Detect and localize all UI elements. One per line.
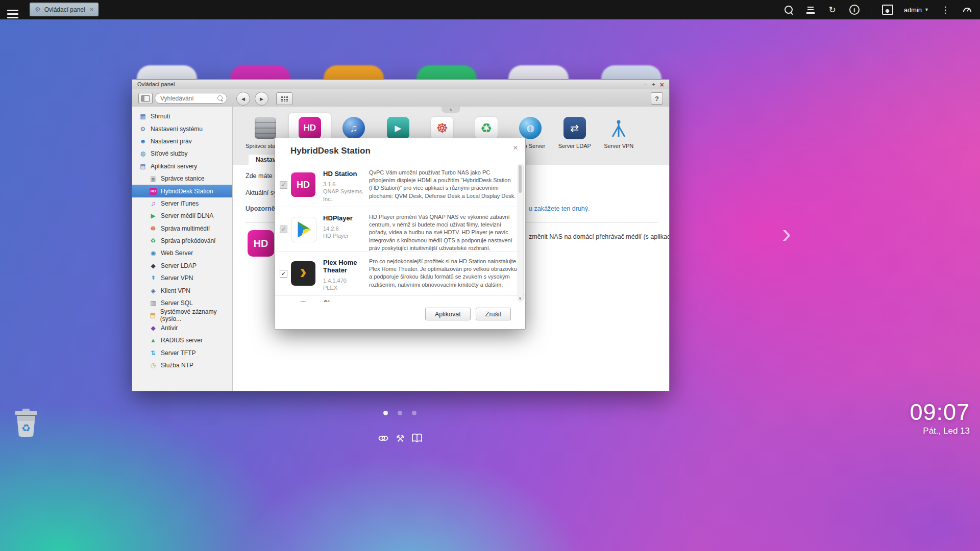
sidebar-item-vpn-server[interactable]: ↟Server VPN xyxy=(132,272,232,284)
next-page-arrow-icon[interactable]: › xyxy=(782,217,791,249)
sidebar-item-station-manager[interactable]: ▣Správce stanice xyxy=(132,172,232,185)
transfer-icon: ⇅ xyxy=(150,350,157,356)
sidebar-item-hybriddesk-station[interactable]: HDHybridDesk Station xyxy=(132,185,232,197)
ldap-icon: ⇄ xyxy=(564,117,586,139)
window-title: Ovládací panel xyxy=(137,81,175,87)
user-icon[interactable] xyxy=(882,4,893,15)
app-name: HD Station xyxy=(323,170,367,178)
transcode-icon: ♻ xyxy=(150,238,157,244)
page-dot[interactable] xyxy=(398,411,402,415)
notice-link[interactable]: u zakážete ten druhý. xyxy=(529,205,590,212)
apps-grid-button[interactable] xyxy=(276,92,292,105)
clock-date: Pát., Led 13 xyxy=(910,426,970,436)
close-icon[interactable]: × xyxy=(513,143,518,152)
minimize-icon[interactable]: – xyxy=(644,82,647,88)
svg-text:♻: ♻ xyxy=(21,422,31,434)
sidebar-item-vpn-client[interactable]: ◈Klient VPN xyxy=(132,284,232,296)
hybriddesk-dialog: HybridDesk Station × ✓ HD HD Station 3.1… xyxy=(275,138,526,330)
sidebar-item-multimedia-management[interactable]: ☸Správa multimédií xyxy=(132,222,232,235)
sidebar-item-system-logs[interactable]: ▤Systémové záznamy (syslo... xyxy=(132,309,232,321)
dashboard-icon[interactable] xyxy=(962,4,973,15)
sidebar-item-application-servers[interactable]: ▤Aplikační servery xyxy=(132,160,232,172)
sidebar-item-itunes-server[interactable]: ♫Server iTunes xyxy=(132,197,232,210)
sidebar-item-summary[interactable]: ▦Shrnutí xyxy=(132,110,232,122)
sidebar-item-ldap-server[interactable]: ◆Server LDAP xyxy=(132,260,232,272)
app-version: 14.2.6 xyxy=(323,225,367,232)
sidebar-item-network-services[interactable]: ◍Síťové služby xyxy=(132,147,232,160)
recycle-bin[interactable]: ♻ xyxy=(12,407,40,441)
app-vendor: HD Player xyxy=(323,232,367,239)
tab-close-icon[interactable]: × xyxy=(90,6,94,13)
scrollbar: ▼ xyxy=(518,164,524,302)
app-tile-ldap-server[interactable]: ⇄ Server LDAP xyxy=(553,113,597,157)
tools-icon[interactable]: ⚒ xyxy=(395,433,406,444)
sidebar-toggle-icon xyxy=(141,95,150,102)
sidebar-item-radius-server[interactable]: ▲RADIUS server xyxy=(132,334,232,346)
manual-icon[interactable] xyxy=(411,433,423,444)
radius-icon: ▲ xyxy=(150,337,157,343)
list-item-chrome: Chrome xyxy=(275,296,525,302)
sidebar-item-system-settings[interactable]: ⚙Nastavení systému xyxy=(132,122,232,135)
paragraph-text: změnit NAS na domácí přehrávač médií (s … xyxy=(529,233,670,240)
sidebar-item-antivirus[interactable]: ◆Antivir xyxy=(132,322,232,334)
transcode-icon: ♻ xyxy=(475,116,498,140)
sidebar-item-privilege-settings[interactable]: ☻Nastavení práv xyxy=(132,135,232,147)
play-icon: ▶ xyxy=(150,213,157,219)
sidebar-item-tftp-server[interactable]: ⇅Server TFTP xyxy=(132,346,232,359)
link-icon[interactable] xyxy=(378,433,389,444)
desktop: ⚙ Ovládací panel × ↻ i admin ▼ ⋮ Ovládac… xyxy=(0,0,980,551)
desktop-pagination xyxy=(383,411,416,415)
info-icon[interactable]: i xyxy=(849,4,860,15)
forward-button[interactable]: ▶ xyxy=(255,92,268,106)
cancel-button[interactable]: Zrušit xyxy=(476,308,511,320)
web-globe-icon: ◉ xyxy=(150,250,157,256)
sidebar-item-dlna-media-server[interactable]: ▶Server médií DLNA xyxy=(132,210,232,222)
desktop-dock: ⚒ xyxy=(378,433,423,444)
search-icon[interactable] xyxy=(783,4,794,15)
servers-icon: ▤ xyxy=(139,163,146,169)
checkbox: ✓ xyxy=(280,181,287,189)
antenna-icon: ↟ xyxy=(150,275,157,281)
app-description: Pro co nejdokonalejší prožitek si na HD … xyxy=(369,258,517,289)
search-icon xyxy=(217,95,223,101)
desktop-clock: 09:07 Pát., Led 13 xyxy=(910,400,970,436)
sync-icon[interactable]: ↻ xyxy=(827,4,838,15)
sidebar: ▦Shrnutí ⚙Nastavení systému ☻Nastavení p… xyxy=(132,107,233,391)
collapse-strip-button[interactable]: ∧ xyxy=(442,107,460,113)
tab-control-panel[interactable]: ⚙ Ovládací panel × xyxy=(30,3,99,16)
app-tile-vpn-server[interactable]: Server VPN xyxy=(597,113,641,157)
dialog-title: HybridDesk Station xyxy=(290,146,371,156)
sidebar-item-web-server[interactable]: ◉Web Server xyxy=(132,247,232,259)
sidebar-item-transcode-management[interactable]: ♻Správa překódování xyxy=(132,235,232,247)
page-dot[interactable] xyxy=(383,411,388,415)
window-titlebar[interactable]: Ovládací panel – + × xyxy=(132,80,669,90)
close-icon[interactable]: × xyxy=(660,81,664,88)
summary-icon: ▦ xyxy=(139,113,146,119)
clock-icon: ◷ xyxy=(150,362,157,368)
user-menu[interactable]: admin ▼ xyxy=(904,6,929,14)
antenna-icon xyxy=(607,116,630,140)
hdplayer-icon xyxy=(291,217,316,242)
sidebar-item-ntp-service[interactable]: ◷Služba NTP xyxy=(132,359,232,371)
multimedia-icon: ☸ xyxy=(150,226,157,232)
main-menu-button[interactable] xyxy=(6,4,19,16)
globe-icon: ◍ xyxy=(139,151,146,157)
scroll-down-icon[interactable]: ▼ xyxy=(518,296,522,301)
back-button[interactable]: ◀ xyxy=(236,92,250,106)
help-button[interactable]: ? xyxy=(651,92,663,105)
apply-button[interactable]: Aplikovat xyxy=(425,308,471,320)
page-dot[interactable] xyxy=(412,411,416,415)
maximize-icon[interactable]: + xyxy=(652,82,655,88)
checkbox[interactable]: ✓ xyxy=(280,270,287,278)
more-options-icon[interactable]: ⋮ xyxy=(940,4,951,15)
ldap-icon: ◆ xyxy=(150,263,157,269)
scrollbar-thumb[interactable] xyxy=(519,165,522,193)
sidebar-toggle-button[interactable] xyxy=(138,93,153,104)
background-tasks-icon[interactable] xyxy=(805,4,816,15)
list-item-hd-station: ✓ HD HD Station 3.1.6 QNAP Systems, Inc.… xyxy=(275,163,525,207)
search-input[interactable] xyxy=(155,93,227,104)
clock-time: 09:07 xyxy=(910,400,970,424)
list-item-plex: ✓ › Plex Home Theater 1.4.1.470 PLEX Pro… xyxy=(275,252,525,296)
hd-station-icon: HD xyxy=(291,172,315,197)
sidebar-item-sql-server[interactable]: ▥Server SQL xyxy=(132,297,232,309)
